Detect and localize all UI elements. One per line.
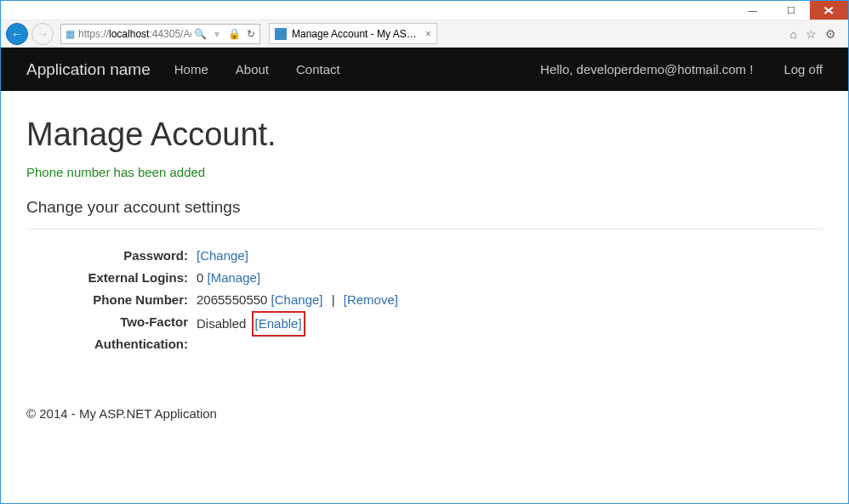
nav-back-button[interactable]: ← — [6, 23, 28, 45]
nav-forward-button[interactable]: → — [31, 23, 54, 45]
divider — [26, 229, 823, 229]
external-logins-manage-link[interactable]: [Manage] — [208, 270, 261, 285]
phone-change-link[interactable]: [Change] — [271, 292, 323, 307]
window-maximize-button[interactable]: ☐ — [772, 1, 810, 20]
settings-list: Password: [Change] External Logins: 0 [M… — [26, 245, 823, 355]
two-factor-enable-highlight: [Enable] — [252, 311, 305, 337]
tools-icon[interactable]: ⚙ — [825, 27, 836, 41]
nav-logoff-link[interactable]: Log off — [783, 62, 823, 76]
password-change-link[interactable]: [Change] — [197, 248, 248, 263]
minimize-icon: — — [748, 5, 757, 15]
browser-tab[interactable]: Manage Account - My ASP.... × — [269, 23, 437, 44]
lock-icon: 🔒 — [225, 28, 242, 40]
tab-title: Manage Account - My ASP.... — [292, 28, 420, 40]
arrow-right-icon: → — [37, 28, 48, 40]
window-close-button[interactable]: ✕ — [810, 1, 848, 20]
external-logins-count: 0 — [197, 270, 203, 285]
label-two-factor: Two-Factor Authentication: — [26, 311, 197, 355]
phone-remove-link[interactable]: [Remove] — [344, 292, 398, 307]
site-favicon-icon: ▦ — [61, 28, 78, 40]
label-external-logins: External Logins: — [26, 267, 197, 289]
settings-subheading: Change your account settings — [26, 198, 823, 217]
window-minimize-button[interactable]: — — [733, 1, 772, 20]
arrow-left-icon: ← — [11, 28, 23, 40]
status-message: Phone number has been added — [26, 165, 823, 179]
page-viewport: Application name Home About Contact Hell… — [1, 48, 848, 503]
nav-link-about[interactable]: About — [236, 62, 269, 76]
address-bar[interactable]: ▦ https://localhost:44305/Acc 🔍 ▾ 🔒 ↻ — [60, 24, 260, 44]
close-icon: ✕ — [823, 4, 835, 17]
label-phone-number: Phone Number: — [26, 289, 197, 311]
window-titlebar: — ☐ ✕ — [1, 1, 848, 20]
refresh-icon[interactable]: ↻ — [242, 28, 259, 40]
label-password: Password: — [26, 245, 197, 267]
navbar-brand[interactable]: Application name — [26, 60, 151, 79]
page-footer: © 2014 - My ASP.NET Application — [26, 406, 823, 421]
setting-row-password: Password: [Change] — [26, 245, 823, 267]
setting-row-external-logins: External Logins: 0 [Manage] — [26, 267, 823, 289]
address-bar-text: https://localhost:44305/Acc — [78, 28, 191, 40]
two-factor-enable-link[interactable]: [Enable] — [255, 316, 302, 331]
phone-separator: | — [332, 292, 335, 307]
page-title: Manage Account. — [26, 116, 823, 153]
tab-close-button[interactable]: × — [425, 28, 431, 40]
phone-number-value: 2065550550 — [197, 292, 267, 307]
search-icon[interactable]: 🔍 — [191, 28, 208, 40]
maximize-icon: ☐ — [787, 5, 795, 16]
nav-link-home[interactable]: Home — [174, 62, 208, 76]
home-icon[interactable]: ⌂ — [790, 27, 797, 41]
nav-user-greeting[interactable]: Hello, developerdemo@hotmail.com ! — [540, 62, 753, 76]
tab-favicon-icon — [275, 28, 287, 40]
nav-link-contact[interactable]: Contact — [296, 62, 340, 76]
setting-row-two-factor: Two-Factor Authentication: Disabled [Ena… — [26, 311, 823, 355]
favorites-icon[interactable]: ☆ — [806, 27, 817, 41]
two-factor-status: Disabled — [197, 316, 246, 331]
site-navbar: Application name Home About Contact Hell… — [1, 48, 848, 91]
browser-toolbar: ← → ▦ https://localhost:44305/Acc 🔍 ▾ 🔒 … — [1, 20, 848, 48]
setting-row-phone-number: Phone Number: 2065550550 [Change] | [Rem… — [26, 289, 823, 311]
